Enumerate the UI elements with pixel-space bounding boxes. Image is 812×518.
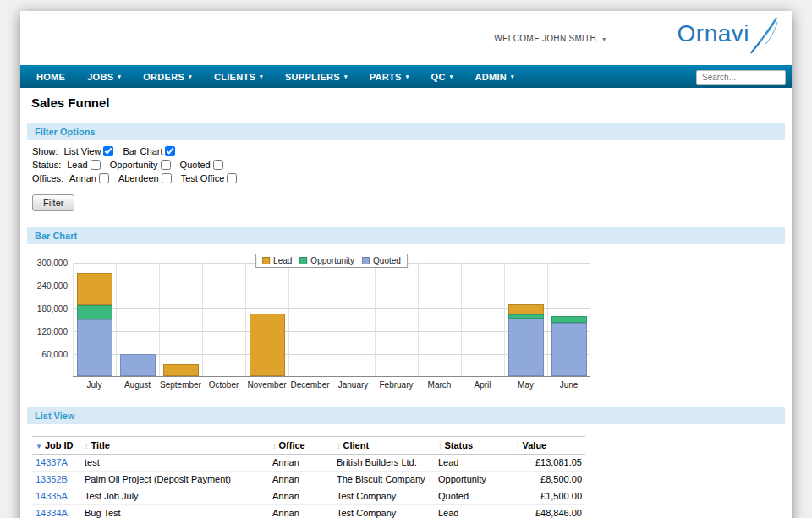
column-header-value[interactable]: ↕Value — [513, 437, 585, 455]
legend-label: Quoted — [373, 256, 401, 265]
sort-icon: ↕ — [516, 442, 520, 450]
gridline — [590, 263, 590, 376]
sort-icon: ↕ — [438, 442, 442, 450]
bar-opportunity-june — [551, 316, 587, 323]
gridline — [504, 263, 505, 376]
job-id-link[interactable]: 13352B — [36, 474, 68, 484]
checkbox-label: Quoted — [180, 160, 211, 170]
nav-item-suppliers[interactable]: SUPPLIERS▾ — [274, 65, 359, 88]
job-id-link[interactable]: 14337A — [36, 457, 68, 467]
bar-lead-november — [250, 314, 285, 376]
x-axis-label: November — [245, 377, 288, 390]
legend-label: Opportunity — [310, 256, 354, 265]
cell: Annan — [269, 488, 333, 505]
top-header: WELCOME JOHN SMITH ▾ Ornavi — [20, 11, 792, 65]
nav-item-jobs[interactable]: JOBS▾ — [76, 65, 132, 88]
x-axis-label: December — [288, 377, 332, 390]
cell: Annan — [269, 505, 333, 518]
cell: 14335A — [32, 488, 81, 505]
checkbox-aberdeen[interactable] — [162, 173, 172, 183]
y-axis-label: 60,000 — [25, 350, 68, 359]
filter-group-label: Offices: — [32, 173, 63, 183]
filter-group-status: Status:LeadOpportunityQuoted — [32, 160, 780, 170]
bar-quoted-july — [77, 319, 112, 377]
bar-lead-september — [163, 364, 199, 376]
x-axis-label: February — [375, 377, 418, 390]
y-axis-label: 180,000 — [25, 304, 68, 314]
table-header-row: ▼Job ID↕Title↕Office↕Client↕Status↕Value — [32, 437, 585, 455]
table-row: 14335ATest Job JulyAnnanTest CompanyQuot… — [32, 488, 585, 505]
filter-button[interactable]: Filter — [32, 194, 74, 211]
legend-item-lead: Lead — [262, 256, 292, 265]
nav-item-label: JOBS — [87, 72, 113, 82]
nav-item-parts[interactable]: PARTS▾ — [359, 65, 420, 88]
nav-item-orders[interactable]: ORDERS▾ — [132, 65, 203, 88]
filter-group-show: Show:List ViewBar Chart — [32, 146, 780, 156]
gridline — [116, 263, 117, 376]
cell: 13352B — [32, 472, 81, 488]
checkbox-quoted[interactable] — [213, 160, 223, 170]
gridline — [73, 263, 74, 376]
table-row: 13352BPalm Oil Project (Deposit Payment)… — [32, 472, 585, 488]
cell: Lead — [435, 505, 513, 518]
gridline — [547, 263, 548, 376]
nav-items: HOMEJOBS▾ORDERS▾CLIENTS▾SUPPLIERS▾PARTS▾… — [25, 65, 525, 88]
filter-group-label: Status: — [32, 160, 61, 170]
cell: 14334A — [32, 505, 81, 518]
ornavi-logo[interactable]: Ornavi — [678, 21, 780, 55]
gridline — [288, 263, 289, 376]
column-header-client[interactable]: ↕Client — [333, 437, 435, 455]
gridline — [375, 263, 376, 376]
bar-chart: LeadOpportunityQuoted 300,000240,000180,… — [20, 244, 792, 401]
chevron-down-icon: ▾ — [189, 74, 192, 80]
sort-icon: ↕ — [337, 442, 341, 450]
nav-item-home[interactable]: HOME — [25, 65, 76, 88]
nav-item-admin[interactable]: ADMIN▾ — [464, 65, 525, 88]
checkbox-list-view[interactable] — [103, 146, 113, 156]
checkbox-annan[interactable] — [99, 173, 109, 183]
chevron-down-icon: ▾ — [511, 74, 514, 80]
column-header-job-id[interactable]: ▼Job ID — [32, 437, 81, 455]
column-header-title[interactable]: ↕Title — [81, 437, 269, 455]
nav-item-clients[interactable]: CLIENTS▾ — [203, 65, 274, 88]
nav-item-qc[interactable]: QC▾ — [420, 65, 464, 88]
column-header-status[interactable]: ↕Status — [435, 437, 513, 455]
column-header-label: Client — [343, 440, 370, 450]
user-menu[interactable]: WELCOME JOHN SMITH ▾ — [494, 34, 606, 43]
bar-opportunity-may — [508, 314, 544, 319]
nav-item-label: QC — [431, 72, 446, 82]
checkbox-bar-chart[interactable] — [165, 146, 175, 156]
cell: The Biscuit Company — [333, 472, 435, 488]
gridline — [245, 263, 246, 376]
checkbox-label: Lead — [67, 160, 87, 170]
checkbox-opportunity[interactable] — [161, 160, 171, 170]
nav-item-label: SUPPLIERS — [285, 72, 340, 82]
chevron-down-icon: ▾ — [602, 35, 606, 43]
sort-icon: ↕ — [272, 442, 277, 450]
cell: 14337A — [32, 455, 81, 472]
legend-swatch-icon — [262, 257, 270, 264]
feather-icon — [748, 16, 780, 55]
plot-area: LeadOpportunityQuoted 300,000240,000180,… — [73, 263, 590, 377]
nav-item-label: CLIENTS — [214, 72, 255, 82]
column-header-label: Status — [445, 440, 474, 450]
checkbox-test-office[interactable] — [227, 173, 237, 183]
checkbox-lead[interactable] — [91, 160, 101, 170]
search-box — [696, 68, 786, 85]
cell: test — [81, 455, 269, 472]
gridline — [202, 263, 203, 376]
checkbox-label: Aberdeen — [118, 173, 159, 183]
job-id-link[interactable]: 14335A — [36, 491, 68, 501]
nav-item-label: PARTS — [370, 72, 402, 82]
job-id-link[interactable]: 14334A — [36, 508, 68, 518]
gridline — [461, 263, 462, 376]
search-input[interactable] — [696, 70, 786, 85]
jobs-table: ▼Job ID↕Title↕Office↕Client↕Status↕Value… — [32, 436, 585, 518]
cell: £1,500.00 — [513, 488, 585, 505]
cell: £48,846.00 — [513, 505, 585, 518]
x-axis-label: October — [202, 377, 245, 390]
column-header-office[interactable]: ↕Office — [269, 437, 333, 455]
brand-name: Ornavi — [678, 21, 749, 47]
x-axis-label: August — [116, 377, 159, 390]
column-header-label: Job ID — [45, 440, 74, 450]
